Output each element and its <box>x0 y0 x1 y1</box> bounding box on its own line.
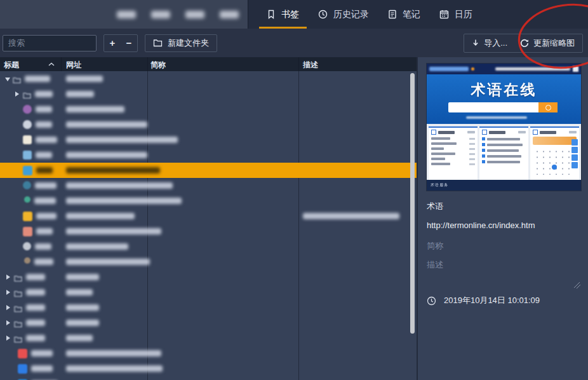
bookmark-shortname-field[interactable] <box>427 241 579 250</box>
folder-icon <box>14 288 22 300</box>
bookmark-title-redacted <box>36 167 53 173</box>
thumb-site-footer: 术语服务 <box>427 180 581 191</box>
folder-count-redacted <box>66 76 103 82</box>
remove-bookmark-button[interactable]: − <box>121 35 137 51</box>
bookmark-url-field[interactable] <box>427 221 579 230</box>
bookmark-row[interactable] <box>0 102 417 117</box>
folder-count-redacted <box>66 304 99 311</box>
bookmark-title-redacted <box>36 106 52 112</box>
folder-name-redacted <box>26 289 45 295</box>
folder-row[interactable] <box>0 71 417 86</box>
column-divider <box>61 57 62 71</box>
import-label: 导入... <box>484 37 507 49</box>
bookmark-title-redacted <box>35 243 51 250</box>
column-header-shortname[interactable]: 简称 <box>150 60 166 71</box>
menu-item-redacted[interactable] <box>117 11 136 18</box>
bookmark-description-field[interactable] <box>427 259 579 286</box>
bookmark-row[interactable] <box>0 224 417 239</box>
bookmark-thumbnail-preview: 术语在线 <box>427 64 581 191</box>
favicon <box>23 166 32 175</box>
bookmark-row[interactable] <box>0 208 417 224</box>
bookmark-url-redacted <box>66 137 178 143</box>
folder-row[interactable] <box>0 330 417 346</box>
folder-icon <box>153 39 163 47</box>
folder-icon <box>14 273 22 285</box>
menu-item-redacted[interactable] <box>151 11 170 18</box>
vertical-scrollbar[interactable] <box>410 73 415 334</box>
bookmark-title-redacted <box>36 137 57 143</box>
bookmark-row[interactable] <box>0 239 417 254</box>
folder-name-redacted <box>26 304 45 311</box>
folder-icon <box>13 75 21 86</box>
favicon <box>23 120 32 129</box>
bookmark-row[interactable] <box>0 193 417 208</box>
folder-row[interactable] <box>0 86 417 102</box>
folder-row[interactable] <box>0 315 417 330</box>
download-arrow-icon <box>472 39 479 47</box>
refresh-icon <box>520 39 529 48</box>
refresh-thumbnail-button[interactable]: 更新缩略图 <box>514 34 581 52</box>
table-header: 标题 网址 简称 描述 <box>0 57 417 71</box>
bookmark-url-redacted <box>66 228 161 234</box>
sort-ascending-icon[interactable] <box>48 62 55 66</box>
bookmark-tree <box>0 71 417 380</box>
import-refresh-group: 导入... 更新缩略图 <box>464 34 583 53</box>
tab-bookmarks[interactable]: 书签 <box>257 0 309 29</box>
expand-arrow-icon[interactable] <box>15 92 19 97</box>
favicon <box>23 227 32 236</box>
tab-notes[interactable]: 笔记 <box>378 0 430 29</box>
thumb-site-navbar <box>427 64 581 74</box>
search-input[interactable] <box>3 35 97 51</box>
bookmark-row[interactable] <box>0 163 417 178</box>
tab-label: 日历 <box>455 9 472 20</box>
expand-arrow-icon[interactable] <box>6 290 10 295</box>
bookmark-title-field[interactable] <box>427 201 579 211</box>
toolbar: + − 新建文件夹 导入... 更新缩略图 <box>0 29 588 57</box>
tab-calendar[interactable]: 日历 <box>430 0 482 29</box>
bookmark-row[interactable] <box>0 132 417 147</box>
bookmark-row[interactable] <box>0 147 417 163</box>
column-header-description[interactable]: 描述 <box>303 60 318 71</box>
folder-row[interactable] <box>0 269 417 285</box>
bookmark-url-redacted <box>66 365 163 372</box>
folder-count-redacted <box>66 320 99 326</box>
bookmark-row[interactable] <box>0 361 417 376</box>
collapse-arrow-icon[interactable] <box>5 78 10 81</box>
folder-name-redacted <box>35 91 53 97</box>
bookmark-title-redacted <box>36 121 52 128</box>
bookmark-url-redacted <box>66 106 124 112</box>
expand-arrow-icon[interactable] <box>6 320 10 325</box>
favicon <box>18 349 27 358</box>
add-bookmark-button[interactable]: + <box>104 35 121 51</box>
folder-name-redacted <box>25 76 50 82</box>
calendar-icon <box>439 10 449 19</box>
bookmark-row[interactable] <box>0 376 417 380</box>
add-remove-group: + − <box>104 34 138 52</box>
column-header-title[interactable]: 标题 <box>4 60 19 71</box>
folder-count-redacted <box>66 274 99 280</box>
folder-row[interactable] <box>0 285 417 300</box>
folder-count-redacted <box>66 91 94 97</box>
folder-count-redacted <box>66 289 93 295</box>
column-header-url[interactable]: 网址 <box>66 60 81 71</box>
bookmark-title-redacted <box>31 365 53 372</box>
bookmark-row[interactable] <box>0 254 417 269</box>
menu-item-redacted[interactable] <box>185 11 204 18</box>
folder-name-redacted <box>26 274 45 280</box>
new-folder-button[interactable]: 新建文件夹 <box>145 34 217 52</box>
favicon <box>23 135 32 144</box>
bookmark-row[interactable] <box>0 178 417 193</box>
import-button[interactable]: 导入... <box>465 34 514 52</box>
bookmark-row[interactable] <box>0 346 417 361</box>
expand-arrow-icon[interactable] <box>6 305 10 310</box>
menu-item-redacted[interactable] <box>220 11 239 18</box>
tab-history[interactable]: 历史记录 <box>309 0 378 29</box>
folder-name-redacted <box>26 320 45 326</box>
expand-arrow-icon[interactable] <box>6 336 10 341</box>
resize-handle-icon[interactable] <box>574 282 580 288</box>
bookmark-row[interactable] <box>0 117 417 132</box>
folder-icon <box>14 334 22 346</box>
favicon <box>18 364 27 374</box>
folder-row[interactable] <box>0 300 417 315</box>
expand-arrow-icon[interactable] <box>6 275 10 280</box>
